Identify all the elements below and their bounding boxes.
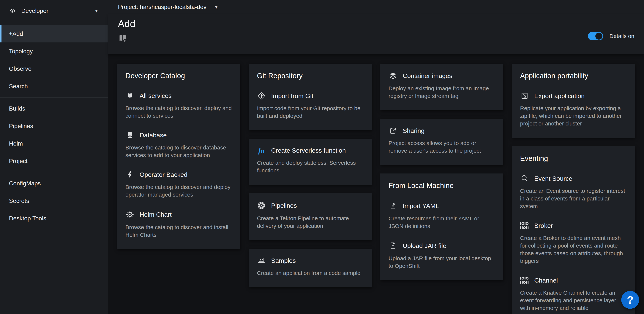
channel-icon xyxy=(520,277,529,284)
sidebar-item-secrets[interactable]: Secrets xyxy=(0,192,108,210)
details-toggle[interactable] xyxy=(588,32,603,40)
item-upload-jar-file[interactable]: Upload JAR file Upload a JAR file from y… xyxy=(388,242,495,270)
item-description: Create an application from a code sample xyxy=(257,269,364,277)
item-event-source[interactable]: Event Source Create an Event source to r… xyxy=(520,175,627,210)
item-pipelines[interactable]: Pipelines Create a Tekton Pipeline to au… xyxy=(257,201,364,230)
item-import-from-git[interactable]: Import from Git Import code from your Gi… xyxy=(257,92,364,120)
item-create-serverless-function[interactable]: fn Create Serverless function Create and… xyxy=(257,147,364,174)
sidebar-item-label: Project xyxy=(9,158,28,165)
item-label: Broker xyxy=(534,222,553,229)
item-import-yaml[interactable]: Import YAML Create resources from their … xyxy=(388,202,495,230)
sidebar-item-label: Helm xyxy=(9,140,23,147)
sidebar-item-label: Pipelines xyxy=(9,123,33,130)
export-icon xyxy=(520,92,529,100)
item-head: Export application xyxy=(520,92,627,100)
book-plus-icon xyxy=(118,34,127,44)
sidebar-item-helm[interactable]: Helm xyxy=(0,135,108,152)
item-head: All services xyxy=(126,92,232,99)
card-column: Developer Catalog All services Browse th… xyxy=(117,64,240,249)
card-container-images: Container images Deploy an existing Imag… xyxy=(380,64,503,110)
project-context-bar: Project: harshcasper-localsta-dev ▾ xyxy=(108,0,644,14)
item-head: Broker xyxy=(520,222,627,229)
item-label: Upload JAR file xyxy=(403,242,446,249)
sidebar-item-desktop-tools[interactable]: Desktop Tools xyxy=(0,210,108,227)
sidebar-group: Builds Pipelines Helm Project xyxy=(0,97,108,172)
quick-starts-button[interactable] xyxy=(118,34,127,44)
sidebar-item-add[interactable]: +Add xyxy=(0,25,108,42)
item-description: Create a Tekton Pipeline to automate del… xyxy=(257,214,364,230)
item-sharing[interactable]: Sharing Project access allows you to add… xyxy=(388,127,495,154)
pipelines-icon xyxy=(257,201,266,210)
item-description: Deploy an existing Image from an Image r… xyxy=(388,84,495,100)
card-column: Git Repository xyxy=(249,64,372,287)
card-title: From Local Machine xyxy=(388,182,495,190)
card-git-repository: Git Repository xyxy=(249,64,372,130)
item-head: Sharing xyxy=(388,127,495,134)
item-label: Pipelines xyxy=(271,202,297,209)
item-description: Project access allows you to add or remo… xyxy=(388,139,495,154)
sidebar-item-observe[interactable]: Observe xyxy=(0,60,108,77)
sidebar-item-label: +Add xyxy=(9,30,23,37)
openshift-developer-console: Developer ▾ +Add Topology Observe Search… xyxy=(0,0,644,314)
item-operator-backed[interactable]: Operator Backed Browse the catalog to di… xyxy=(126,171,232,198)
item-export-application[interactable]: Export application Replicate your applic… xyxy=(520,92,627,127)
project-selector-label: Project: harshcasper-localsta-dev xyxy=(118,3,206,10)
perspective-switcher[interactable]: Developer ▾ xyxy=(0,0,108,22)
share-icon xyxy=(388,127,398,134)
sidebar-item-configmaps[interactable]: ConfigMaps xyxy=(0,175,108,192)
card-from-local-machine: From Local Machine Import YAML xyxy=(380,173,503,280)
project-selector[interactable]: Project: harshcasper-localsta-dev ▾ xyxy=(118,3,218,10)
layers-icon xyxy=(388,72,398,80)
item-description: Browse the catalog to discover and deplo… xyxy=(126,183,232,198)
item-broker[interactable]: Broker Create a Broker to define an even… xyxy=(520,222,627,265)
card-column: Container images Deploy an existing Imag… xyxy=(380,64,503,280)
item-label: Operator Backed xyxy=(140,171,188,178)
card-title: Application portability xyxy=(520,72,627,80)
sidebar-item-topology[interactable]: Topology xyxy=(0,42,108,60)
chevron-down-icon: ▾ xyxy=(215,5,218,9)
git-icon xyxy=(257,92,266,100)
sidebar-item-builds[interactable]: Builds xyxy=(0,100,108,117)
sidebar-item-label: Search xyxy=(9,83,28,90)
sidebar-item-search[interactable]: Search xyxy=(0,77,108,95)
broker-icon xyxy=(520,222,529,229)
item-head: Import YAML xyxy=(388,202,495,210)
help-button[interactable]: ? xyxy=(621,291,639,309)
card-create-serverless-function: fn Create Serverless function Create and… xyxy=(249,139,372,185)
item-container-images[interactable]: Container images Deploy an existing Imag… xyxy=(388,72,495,100)
item-channel[interactable]: Channel Create a Knative Channel to crea… xyxy=(520,277,627,312)
card-application-portability: Application portability Export applicati… xyxy=(512,64,635,138)
sidebar-item-label: Desktop Tools xyxy=(9,215,46,222)
code-icon xyxy=(9,8,16,14)
item-label: Import YAML xyxy=(403,202,439,210)
item-description: Replicate your application by exporting … xyxy=(520,104,627,127)
perspective-label: Developer xyxy=(21,7,48,14)
item-all-services[interactable]: All services Browse the catalog to disco… xyxy=(126,92,232,119)
item-database[interactable]: Database Browse the catalog to discover … xyxy=(126,131,232,159)
item-helm-chart[interactable]: Helm Chart Browse the catalog to discove… xyxy=(126,210,232,239)
page-header: Add Details on xyxy=(108,14,644,54)
sidebar-item-pipelines[interactable]: Pipelines xyxy=(0,117,108,135)
item-label: Helm Chart xyxy=(140,211,172,218)
item-description: Create a Knative Channel to create an ev… xyxy=(520,289,627,312)
sidebar-item-label: ConfigMaps xyxy=(9,180,41,187)
card-samples: Samples Create an application from a cod… xyxy=(249,249,372,287)
item-head: fn Create Serverless function xyxy=(257,147,364,154)
item-description: Import code from your Git repository to … xyxy=(257,104,364,120)
card-developer-catalog: Developer Catalog All services Browse th… xyxy=(117,64,240,249)
item-samples[interactable]: Samples Create an application from a cod… xyxy=(257,257,364,277)
database-icon xyxy=(126,131,134,139)
bolt-icon xyxy=(126,171,134,178)
card-pipelines: Pipelines Create a Tekton Pipeline to au… xyxy=(249,193,372,240)
item-description: Create and deploy stateless, Serverless … xyxy=(257,159,364,174)
item-head: Samples xyxy=(257,257,364,264)
card-sharing: Sharing Project access allows you to add… xyxy=(380,119,503,165)
sidebar-group: +Add Topology Observe Search xyxy=(0,25,108,97)
chevron-down-icon: ▾ xyxy=(95,8,98,13)
item-head: Helm Chart xyxy=(126,210,232,219)
item-label: Sharing xyxy=(403,127,424,134)
item-description: Create an Event source to register inter… xyxy=(520,187,627,210)
item-head: Pipelines xyxy=(257,201,364,210)
item-label: Container images xyxy=(403,72,452,79)
sidebar-item-project[interactable]: Project xyxy=(0,152,108,170)
